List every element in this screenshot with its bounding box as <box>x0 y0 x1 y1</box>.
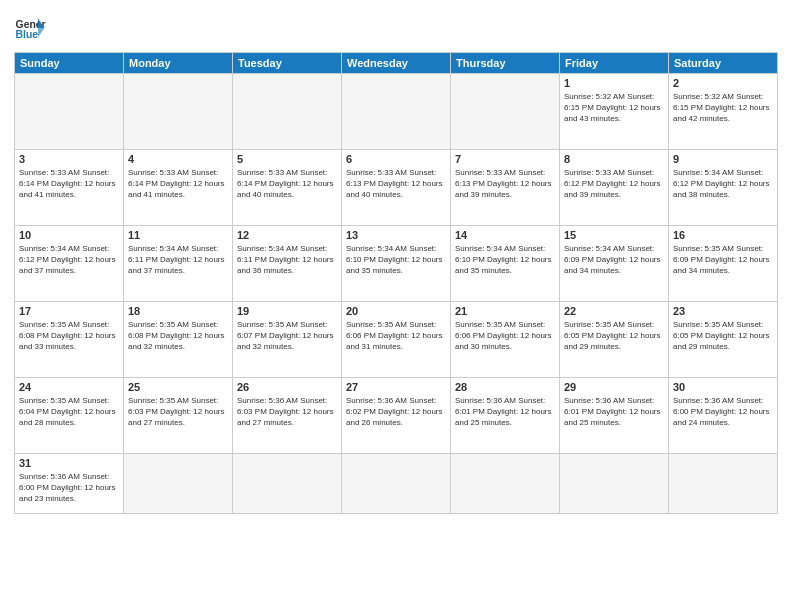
day-info: Sunrise: 5:36 AM Sunset: 6:02 PM Dayligh… <box>346 395 446 429</box>
calendar-header-row: SundayMondayTuesdayWednesdayThursdayFrid… <box>15 53 778 74</box>
day-number: 26 <box>237 381 337 393</box>
calendar-cell <box>233 454 342 514</box>
day-info: Sunrise: 5:35 AM Sunset: 6:06 PM Dayligh… <box>455 319 555 353</box>
calendar-cell: 13Sunrise: 5:34 AM Sunset: 6:10 PM Dayli… <box>342 226 451 302</box>
calendar-cell: 7Sunrise: 5:33 AM Sunset: 6:13 PM Daylig… <box>451 150 560 226</box>
calendar-cell: 31Sunrise: 5:36 AM Sunset: 6:00 PM Dayli… <box>15 454 124 514</box>
weekday-header: Sunday <box>15 53 124 74</box>
day-info: Sunrise: 5:33 AM Sunset: 6:13 PM Dayligh… <box>346 167 446 201</box>
calendar-cell: 18Sunrise: 5:35 AM Sunset: 6:08 PM Dayli… <box>124 302 233 378</box>
calendar-week-row: 24Sunrise: 5:35 AM Sunset: 6:04 PM Dayli… <box>15 378 778 454</box>
calendar-cell: 4Sunrise: 5:33 AM Sunset: 6:14 PM Daylig… <box>124 150 233 226</box>
calendar-cell: 25Sunrise: 5:35 AM Sunset: 6:03 PM Dayli… <box>124 378 233 454</box>
day-number: 24 <box>19 381 119 393</box>
day-number: 31 <box>19 457 119 469</box>
day-info: Sunrise: 5:32 AM Sunset: 6:15 PM Dayligh… <box>673 91 773 125</box>
day-info: Sunrise: 5:35 AM Sunset: 6:04 PM Dayligh… <box>19 395 119 429</box>
calendar-cell: 26Sunrise: 5:36 AM Sunset: 6:03 PM Dayli… <box>233 378 342 454</box>
calendar-cell: 24Sunrise: 5:35 AM Sunset: 6:04 PM Dayli… <box>15 378 124 454</box>
calendar-cell: 3Sunrise: 5:33 AM Sunset: 6:14 PM Daylig… <box>15 150 124 226</box>
day-info: Sunrise: 5:35 AM Sunset: 6:05 PM Dayligh… <box>564 319 664 353</box>
calendar-cell: 28Sunrise: 5:36 AM Sunset: 6:01 PM Dayli… <box>451 378 560 454</box>
calendar-week-row: 17Sunrise: 5:35 AM Sunset: 6:08 PM Dayli… <box>15 302 778 378</box>
day-number: 29 <box>564 381 664 393</box>
calendar-cell: 12Sunrise: 5:34 AM Sunset: 6:11 PM Dayli… <box>233 226 342 302</box>
calendar-cell <box>669 454 778 514</box>
day-info: Sunrise: 5:34 AM Sunset: 6:12 PM Dayligh… <box>19 243 119 277</box>
day-number: 28 <box>455 381 555 393</box>
calendar-cell: 23Sunrise: 5:35 AM Sunset: 6:05 PM Dayli… <box>669 302 778 378</box>
day-info: Sunrise: 5:36 AM Sunset: 6:01 PM Dayligh… <box>564 395 664 429</box>
day-info: Sunrise: 5:34 AM Sunset: 6:10 PM Dayligh… <box>455 243 555 277</box>
calendar-cell: 8Sunrise: 5:33 AM Sunset: 6:12 PM Daylig… <box>560 150 669 226</box>
day-number: 12 <box>237 229 337 241</box>
calendar-cell <box>342 454 451 514</box>
day-number: 9 <box>673 153 773 165</box>
day-info: Sunrise: 5:35 AM Sunset: 6:08 PM Dayligh… <box>128 319 228 353</box>
calendar-table: SundayMondayTuesdayWednesdayThursdayFrid… <box>14 52 778 514</box>
calendar-week-row: 10Sunrise: 5:34 AM Sunset: 6:12 PM Dayli… <box>15 226 778 302</box>
calendar-cell <box>233 74 342 150</box>
day-info: Sunrise: 5:36 AM Sunset: 6:00 PM Dayligh… <box>19 471 119 505</box>
calendar-cell <box>124 454 233 514</box>
calendar-cell: 27Sunrise: 5:36 AM Sunset: 6:02 PM Dayli… <box>342 378 451 454</box>
day-info: Sunrise: 5:32 AM Sunset: 6:15 PM Dayligh… <box>564 91 664 125</box>
weekday-header: Saturday <box>669 53 778 74</box>
day-info: Sunrise: 5:35 AM Sunset: 6:05 PM Dayligh… <box>673 319 773 353</box>
day-number: 15 <box>564 229 664 241</box>
day-number: 1 <box>564 77 664 89</box>
calendar-cell: 2Sunrise: 5:32 AM Sunset: 6:15 PM Daylig… <box>669 74 778 150</box>
day-number: 16 <box>673 229 773 241</box>
day-number: 10 <box>19 229 119 241</box>
day-info: Sunrise: 5:33 AM Sunset: 6:14 PM Dayligh… <box>128 167 228 201</box>
svg-text:Blue: Blue <box>16 29 39 40</box>
day-info: Sunrise: 5:33 AM Sunset: 6:13 PM Dayligh… <box>455 167 555 201</box>
weekday-header: Friday <box>560 53 669 74</box>
calendar-cell: 9Sunrise: 5:34 AM Sunset: 6:12 PM Daylig… <box>669 150 778 226</box>
weekday-header: Wednesday <box>342 53 451 74</box>
calendar-cell: 19Sunrise: 5:35 AM Sunset: 6:07 PM Dayli… <box>233 302 342 378</box>
calendar-cell: 16Sunrise: 5:35 AM Sunset: 6:09 PM Dayli… <box>669 226 778 302</box>
calendar-cell: 14Sunrise: 5:34 AM Sunset: 6:10 PM Dayli… <box>451 226 560 302</box>
calendar-cell: 17Sunrise: 5:35 AM Sunset: 6:08 PM Dayli… <box>15 302 124 378</box>
day-number: 8 <box>564 153 664 165</box>
day-number: 11 <box>128 229 228 241</box>
day-number: 17 <box>19 305 119 317</box>
day-number: 27 <box>346 381 446 393</box>
calendar-cell: 22Sunrise: 5:35 AM Sunset: 6:05 PM Dayli… <box>560 302 669 378</box>
weekday-header: Thursday <box>451 53 560 74</box>
day-number: 25 <box>128 381 228 393</box>
day-number: 21 <box>455 305 555 317</box>
calendar-cell: 11Sunrise: 5:34 AM Sunset: 6:11 PM Dayli… <box>124 226 233 302</box>
day-number: 6 <box>346 153 446 165</box>
day-info: Sunrise: 5:35 AM Sunset: 6:08 PM Dayligh… <box>19 319 119 353</box>
calendar-cell: 30Sunrise: 5:36 AM Sunset: 6:00 PM Dayli… <box>669 378 778 454</box>
calendar-cell: 10Sunrise: 5:34 AM Sunset: 6:12 PM Dayli… <box>15 226 124 302</box>
day-number: 3 <box>19 153 119 165</box>
day-number: 19 <box>237 305 337 317</box>
day-number: 13 <box>346 229 446 241</box>
day-info: Sunrise: 5:35 AM Sunset: 6:06 PM Dayligh… <box>346 319 446 353</box>
calendar-cell <box>342 74 451 150</box>
day-info: Sunrise: 5:35 AM Sunset: 6:07 PM Dayligh… <box>237 319 337 353</box>
calendar-cell: 20Sunrise: 5:35 AM Sunset: 6:06 PM Dayli… <box>342 302 451 378</box>
day-info: Sunrise: 5:35 AM Sunset: 6:03 PM Dayligh… <box>128 395 228 429</box>
calendar-cell <box>451 454 560 514</box>
day-info: Sunrise: 5:35 AM Sunset: 6:09 PM Dayligh… <box>673 243 773 277</box>
day-number: 20 <box>346 305 446 317</box>
weekday-header: Tuesday <box>233 53 342 74</box>
calendar-cell: 15Sunrise: 5:34 AM Sunset: 6:09 PM Dayli… <box>560 226 669 302</box>
day-info: Sunrise: 5:36 AM Sunset: 6:00 PM Dayligh… <box>673 395 773 429</box>
day-info: Sunrise: 5:33 AM Sunset: 6:14 PM Dayligh… <box>237 167 337 201</box>
day-number: 2 <box>673 77 773 89</box>
calendar-cell: 6Sunrise: 5:33 AM Sunset: 6:13 PM Daylig… <box>342 150 451 226</box>
day-info: Sunrise: 5:34 AM Sunset: 6:09 PM Dayligh… <box>564 243 664 277</box>
day-number: 14 <box>455 229 555 241</box>
day-number: 23 <box>673 305 773 317</box>
day-number: 5 <box>237 153 337 165</box>
calendar-cell: 21Sunrise: 5:35 AM Sunset: 6:06 PM Dayli… <box>451 302 560 378</box>
day-number: 22 <box>564 305 664 317</box>
day-info: Sunrise: 5:33 AM Sunset: 6:12 PM Dayligh… <box>564 167 664 201</box>
day-number: 30 <box>673 381 773 393</box>
calendar-week-row: 3Sunrise: 5:33 AM Sunset: 6:14 PM Daylig… <box>15 150 778 226</box>
